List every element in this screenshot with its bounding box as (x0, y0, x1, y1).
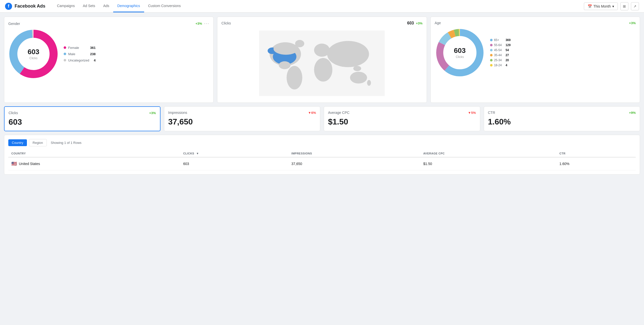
clicks-stat-value: 603 (9, 117, 156, 127)
table-controls: Country Region Showing 1 of 1 Rows (8, 139, 636, 146)
header: f Facebook Ads Campaigns Ad Sets Ads Dem… (0, 0, 644, 13)
male-dot (64, 53, 66, 55)
gender-badge-group: +3% ··· (195, 21, 209, 26)
age-18-24-dot (490, 64, 493, 67)
avg-cpc-col-header: Average CPC (420, 150, 556, 157)
header-actions: 📅 This Month ▾ ⊞ ↗ (584, 2, 639, 10)
age-35-44-dot (490, 54, 493, 56)
clicks-col-header[interactable]: Clicks ▼ (180, 150, 288, 157)
nav-campaigns[interactable]: Campaigns (53, 0, 79, 12)
svg-point-8 (279, 61, 291, 69)
map-card-header: Clicks 603 +3% (221, 21, 422, 25)
nav-ads[interactable]: Ads (99, 0, 113, 12)
avg-cpc-stat-header: Average CPC ▼5% (328, 111, 476, 115)
country-cell-content: 🇺🇸 United States (11, 161, 177, 167)
clicks-stat-header: Clicks +3% (9, 111, 156, 115)
this-month-button[interactable]: 📅 This Month ▾ (584, 3, 618, 10)
ctr-stat-header: CTR +9% (488, 111, 636, 115)
gender-badge: +3% (195, 22, 202, 25)
uncategorized-value: 4 (94, 58, 96, 62)
svg-point-14 (295, 40, 304, 47)
sort-icon: ▼ (196, 152, 199, 155)
columns-icon: ⊞ (623, 4, 626, 8)
ctr-col-header: CTR (556, 150, 636, 157)
age-45-54-label: 45-54 (494, 48, 503, 52)
male-value: 238 (90, 52, 96, 56)
age-18-24-label: 18-24 (494, 63, 503, 67)
map-badge: +3% (416, 21, 422, 25)
data-table: Country Clicks ▼ Impressions Average CPC… (8, 150, 636, 170)
columns-button[interactable]: ⊞ (620, 2, 628, 10)
age-18-24-val: 4 (506, 63, 507, 67)
ctr-stat-title: CTR (488, 111, 495, 115)
age-35-44-label: 35-44 (494, 53, 503, 57)
top-cards-row: Gender +3% ··· 603 (4, 17, 640, 103)
age-45-54: 45-54 54 (490, 48, 511, 52)
svg-point-17 (353, 66, 361, 71)
ctr-stat-card[interactable]: CTR +9% 1.60% (484, 106, 640, 131)
this-month-label: This Month (593, 4, 611, 8)
female-dot (64, 46, 66, 49)
nav-demographics[interactable]: Demographics (113, 0, 144, 12)
svg-point-13 (350, 72, 367, 84)
calendar-icon: 📅 (588, 4, 592, 8)
age-total: 603 (454, 47, 466, 55)
age-45-54-dot (490, 49, 493, 51)
clicks-map-card: Clicks 603 +3% (217, 17, 427, 103)
age-card: Age +3% 603 (430, 17, 640, 103)
age-35-44: 35-44 27 (490, 53, 511, 57)
map-total: 603 (407, 21, 414, 25)
chevron-down-icon: ▾ (612, 4, 614, 8)
impressions-stat-header: Impressions ▼6% (168, 111, 316, 115)
share-button[interactable]: ↗ (631, 2, 639, 10)
gender-donut-label: 603 Clicks (28, 48, 39, 60)
age-45-54-val: 54 (506, 48, 509, 52)
region-tab-button[interactable]: Region (29, 139, 47, 146)
age-badge: +3% (629, 21, 636, 25)
table-section: Country Region Showing 1 of 1 Rows Count… (4, 135, 640, 175)
age-65plus-label: 65+ (494, 38, 503, 42)
gender-sub: Clicks (29, 56, 37, 60)
age-content: 603 Clicks 65+ 369 55-64 129 (435, 27, 636, 78)
country-cell: 🇺🇸 United States (8, 157, 180, 170)
nav-custom-conversions[interactable]: Custom Conversions (144, 0, 185, 12)
country-name: United States (19, 162, 40, 166)
world-map-container (221, 28, 422, 99)
gender-total: 603 (28, 48, 39, 56)
legend-female: Female 361 (64, 46, 96, 50)
avg-cpc-stat-badge: ▼5% (468, 111, 476, 115)
age-25-34-dot (490, 59, 493, 61)
gender-card: Gender +3% ··· 603 (4, 17, 214, 103)
age-65plus-dot (490, 39, 493, 41)
table-header: Country Clicks ▼ Impressions Average CPC… (8, 150, 636, 157)
svg-point-18 (367, 80, 371, 86)
age-65plus-val: 369 (506, 38, 511, 42)
app-title: Facebook Ads (15, 4, 45, 9)
impressions-stat-card[interactable]: Impressions ▼6% 37,650 (164, 106, 320, 131)
age-title: Age (435, 21, 441, 25)
svg-point-11 (314, 58, 333, 82)
gender-title: Gender (8, 22, 20, 26)
world-map-svg (221, 30, 422, 96)
us-flag-icon: 🇺🇸 (11, 161, 17, 167)
share-icon: ↗ (633, 4, 636, 8)
legend-uncategorized: Uncategorized 4 (64, 58, 96, 62)
gender-menu[interactable]: ··· (204, 21, 209, 26)
age-35-44-val: 27 (506, 53, 509, 57)
age-sub: Clicks (456, 55, 464, 59)
avg-cpc-stat-value: $1.50 (328, 117, 476, 126)
age-donut: 603 Clicks (435, 27, 485, 78)
avg-cpc-stat-title: Average CPC (328, 111, 349, 115)
country-tab-button[interactable]: Country (8, 139, 27, 146)
ctr-stat-value: 1.60% (488, 117, 636, 126)
row-avg-cpc: $1.50 (420, 157, 556, 170)
avg-cpc-stat-card[interactable]: Average CPC ▼5% $1.50 (324, 106, 480, 131)
age-55-64: 55-64 129 (490, 43, 511, 47)
svg-point-7 (274, 43, 299, 55)
svg-point-15 (316, 47, 319, 52)
nav-adsets[interactable]: Ad Sets (79, 0, 99, 12)
clicks-stat-card[interactable]: Clicks +3% 603 (4, 106, 160, 131)
row-impressions: 37,650 (288, 157, 420, 170)
svg-point-16 (362, 51, 366, 59)
impressions-col-header: Impressions (288, 150, 420, 157)
